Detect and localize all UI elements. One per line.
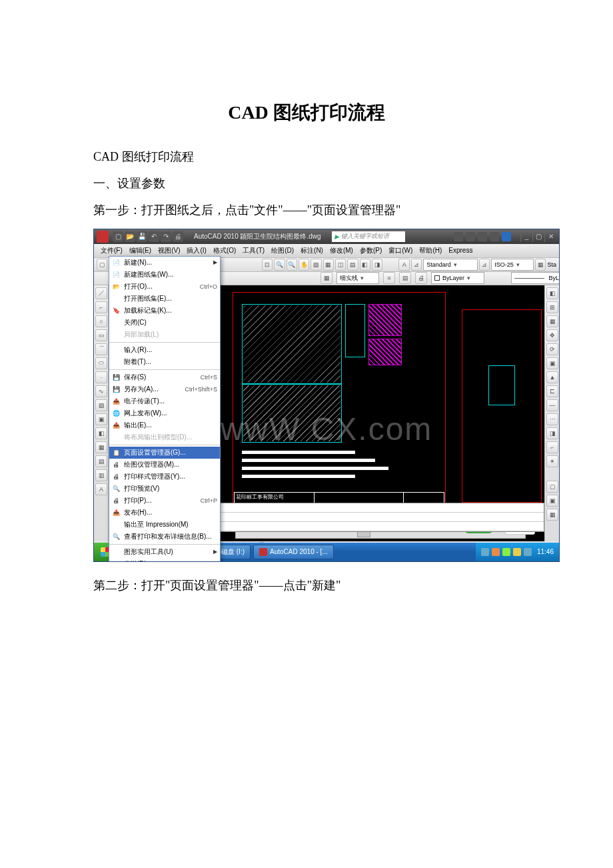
file-menu-item[interactable]: 🔍打印预览(V): [109, 483, 220, 495]
dim-style-select[interactable]: ISO-25▾: [491, 259, 534, 271]
new-icon[interactable]: ▢: [97, 259, 107, 271]
file-menu-item[interactable]: 📤发布(H)...: [109, 507, 220, 519]
menu-insert[interactable]: 插入(I): [184, 245, 209, 256]
linetype-select[interactable]: 细实线▾: [336, 272, 379, 284]
minimize-button[interactable]: _: [520, 231, 532, 242]
menu-draw[interactable]: 绘图(D): [269, 245, 297, 256]
menu-param[interactable]: 参数(P): [357, 245, 384, 256]
layer-select[interactable]: ByLayer▾: [431, 272, 484, 284]
l3-icon[interactable]: 🖨: [415, 272, 427, 284]
file-menu-item[interactable]: 📤电子传递(T)...: [109, 395, 220, 407]
sign-in-icon[interactable]: [466, 232, 475, 241]
file-menu-item[interactable]: 关闭(C): [109, 317, 220, 329]
linetype-icon[interactable]: ▦: [320, 272, 332, 284]
copy-icon[interactable]: ▣: [546, 357, 558, 369]
t3-icon[interactable]: ◧: [360, 259, 370, 271]
extend-icon[interactable]: ⋯: [546, 413, 558, 425]
explode-icon[interactable]: ✶: [546, 455, 558, 467]
circle-icon[interactable]: ○: [95, 315, 107, 327]
pan-icon[interactable]: ✋: [299, 259, 309, 271]
wcs-icon[interactable]: ◧: [546, 287, 558, 299]
file-menu-item[interactable]: 输入(R)...: [109, 344, 220, 356]
r2-icon[interactable]: ▣: [546, 495, 558, 507]
file-menu-item[interactable]: 🖨打印(P)...Ctrl+P: [109, 495, 220, 507]
scale-icon[interactable]: ◨: [546, 427, 558, 439]
file-menu-item[interactable]: 💾保存(S)Ctrl+S: [109, 371, 220, 383]
file-menu-item[interactable]: 输出至 Impression(M): [109, 519, 220, 531]
menu-dimension[interactable]: 标注(N): [298, 245, 326, 256]
file-menu-item[interactable]: 🖨打印样式管理器(Y)...: [109, 471, 220, 483]
l1-icon[interactable]: ≡: [383, 272, 395, 284]
file-menu-item[interactable]: 📤输出(E)...: [109, 419, 220, 431]
file-menu-item[interactable]: 📂打开(O)...Ctrl+O: [109, 281, 220, 293]
menu-file[interactable]: 文件(F): [98, 245, 125, 256]
dim-icon[interactable]: ⊿: [479, 259, 490, 271]
help-icon[interactable]: [502, 232, 511, 241]
menu-window[interactable]: 窗口(W): [386, 245, 415, 256]
file-menu-item[interactable]: 🖨绘图仪管理器(M)...: [109, 459, 220, 471]
t1-icon[interactable]: ◫: [335, 259, 346, 271]
prop-icon[interactable]: ▧: [310, 259, 321, 271]
rect-icon[interactable]: ▭: [95, 329, 107, 341]
qat-save-icon[interactable]: 💾: [137, 231, 147, 242]
bound-icon[interactable]: ▣: [95, 413, 107, 425]
lineweight-select[interactable]: ————— ByLayer▾: [511, 272, 560, 284]
menu-help[interactable]: 帮助(H): [416, 245, 444, 256]
t2-icon[interactable]: ▤: [347, 259, 358, 271]
tray-icon-5[interactable]: [524, 548, 532, 556]
tray-icon-1[interactable]: [481, 548, 489, 556]
menu-format[interactable]: 格式(O): [211, 245, 239, 256]
qat-undo-icon[interactable]: ↶: [149, 231, 159, 242]
table2-icon[interactable]: ▥: [95, 469, 107, 481]
file-menu-item[interactable]: 发送(D)...: [109, 558, 220, 562]
text-style-select[interactable]: Standard▾: [423, 259, 478, 271]
table-icon[interactable]: ▤: [95, 455, 107, 467]
arc-icon[interactable]: ⌒: [95, 343, 107, 355]
menu-edit[interactable]: 编辑(E): [127, 245, 154, 256]
file-menu-item[interactable]: 🔖加载标记集(K)...: [109, 305, 220, 317]
polyline-icon[interactable]: ⌐: [95, 301, 107, 313]
file-menu-item[interactable]: 附着(T)...: [109, 356, 220, 368]
file-menu-item[interactable]: 📄新建(N)...▶: [109, 257, 220, 269]
tray-icon-2[interactable]: [492, 548, 500, 556]
tbl-icon[interactable]: ▦: [535, 259, 546, 271]
point-icon[interactable]: ·: [95, 371, 107, 383]
file-menu-item[interactable]: 💾另存为(A)...Ctrl+Shift+S: [109, 383, 220, 395]
qat-print-icon[interactable]: 🖨: [173, 231, 183, 242]
ucs-icon[interactable]: ⊞: [546, 301, 558, 313]
tray-icon-4[interactable]: [513, 548, 521, 556]
zoom-win-icon[interactable]: 🔍: [287, 259, 297, 271]
region-icon[interactable]: ◧: [95, 427, 107, 439]
file-menu-item[interactable]: 🔍查看打印和发布详细信息(B)...: [109, 531, 220, 543]
menu-view[interactable]: 视图(V): [155, 245, 183, 256]
file-menu-item[interactable]: 📋页面设置管理器(G)...: [109, 447, 220, 459]
offset-icon[interactable]: ⊏: [546, 385, 558, 397]
fillet-icon[interactable]: ⌐: [546, 441, 558, 453]
help-search-box[interactable]: ▶ 键入关键字或短语: [332, 231, 405, 242]
move-icon[interactable]: ✥: [546, 329, 558, 341]
star-icon[interactable]: [490, 232, 499, 241]
maximize-button[interactable]: ▢: [532, 231, 544, 242]
ellipse-icon[interactable]: ⬭: [95, 357, 107, 369]
text-style-icon[interactable]: A: [398, 259, 409, 271]
qat-open-icon[interactable]: 📂: [125, 231, 135, 242]
text-icon[interactable]: A: [95, 483, 107, 495]
file-menu-item[interactable]: 图形实用工具(U)▶: [109, 546, 220, 558]
t4-icon[interactable]: ◨: [372, 259, 382, 271]
block-icon[interactable]: ▦: [95, 441, 107, 453]
l2-icon[interactable]: ▤: [399, 272, 411, 284]
file-menu-item[interactable]: 打开图纸集(E)...: [109, 293, 220, 305]
dim-style-icon[interactable]: ⊿: [411, 259, 422, 271]
menu-modify[interactable]: 修改(M): [327, 245, 356, 256]
mirror-icon[interactable]: ▲: [546, 371, 558, 383]
r3-icon[interactable]: ▦: [546, 509, 558, 521]
menu-tools[interactable]: 工具(T): [240, 245, 267, 256]
props-icon[interactable]: ▦: [323, 259, 334, 271]
comm-center-icon[interactable]: [454, 232, 463, 241]
menu-express[interactable]: Express: [446, 246, 475, 255]
file-menu-item[interactable]: 📄新建图纸集(W)...: [109, 269, 220, 281]
spline-icon[interactable]: ∿: [95, 385, 107, 397]
navcube-icon[interactable]: ▦: [546, 315, 558, 327]
tray-icon-3[interactable]: [502, 548, 510, 556]
app-logo-icon[interactable]: [97, 231, 109, 243]
